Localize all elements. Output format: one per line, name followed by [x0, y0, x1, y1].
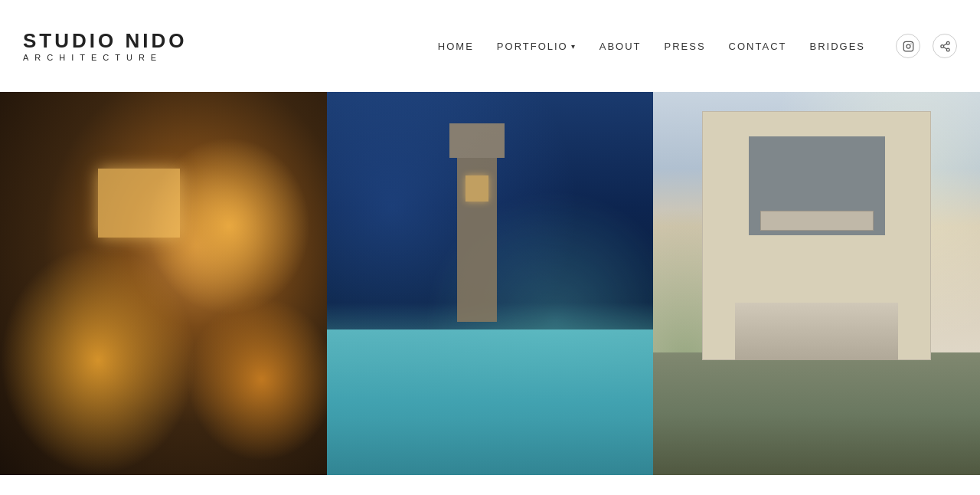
logo[interactable]: STUDIO NIDO ARCHITECTURE [23, 30, 187, 63]
image-grid-container [0, 92, 980, 475]
nav-bridges[interactable]: BRIDGES [809, 41, 865, 52]
image-2-visual [327, 92, 654, 475]
nav-press[interactable]: PRESS [665, 41, 706, 52]
site-header: STUDIO NIDO ARCHITECTURE HOME PORTFOLIO … [0, 0, 980, 92]
nav-about[interactable]: ABOUT [599, 41, 642, 52]
portfolio-image-2[interactable] [327, 92, 654, 475]
tower-element [457, 149, 496, 322]
svg-line-6 [943, 47, 946, 48]
svg-point-3 [946, 41, 949, 44]
image-3-visual [653, 92, 980, 475]
instagram-icon[interactable] [896, 34, 920, 58]
steps-element [735, 303, 898, 360]
svg-point-5 [946, 48, 949, 51]
pool-element [327, 329, 654, 475]
tower-top-element [449, 123, 505, 158]
nav-home[interactable]: HOME [438, 41, 474, 52]
svg-line-7 [943, 44, 946, 45]
portfolio-image-3[interactable] [653, 92, 980, 475]
greenery-element [653, 352, 980, 475]
portfolio-image-grid [0, 92, 980, 475]
svg-rect-0 [903, 41, 913, 51]
image-1-visual [0, 92, 327, 475]
balcony-element [760, 211, 874, 231]
logo-main-text: STUDIO NIDO [23, 30, 187, 52]
main-nav: HOME PORTFOLIO ▾ ABOUT PRESS CONTACT BRI… [438, 34, 957, 58]
chevron-down-icon: ▾ [571, 42, 577, 51]
svg-point-1 [906, 44, 910, 48]
tower-window-element [466, 175, 489, 202]
nav-social-icons [896, 34, 957, 58]
portfolio-image-1[interactable] [0, 92, 327, 475]
nav-portfolio-label: PORTFOLIO [497, 41, 568, 52]
nav-contact[interactable]: CONTACT [729, 41, 787, 52]
nav-portfolio[interactable]: PORTFOLIO ▾ [497, 41, 577, 52]
svg-point-2 [910, 43, 911, 44]
svg-point-4 [940, 44, 943, 48]
logo-sub-text: ARCHITECTURE [23, 53, 162, 62]
share-icon[interactable] [933, 34, 957, 58]
